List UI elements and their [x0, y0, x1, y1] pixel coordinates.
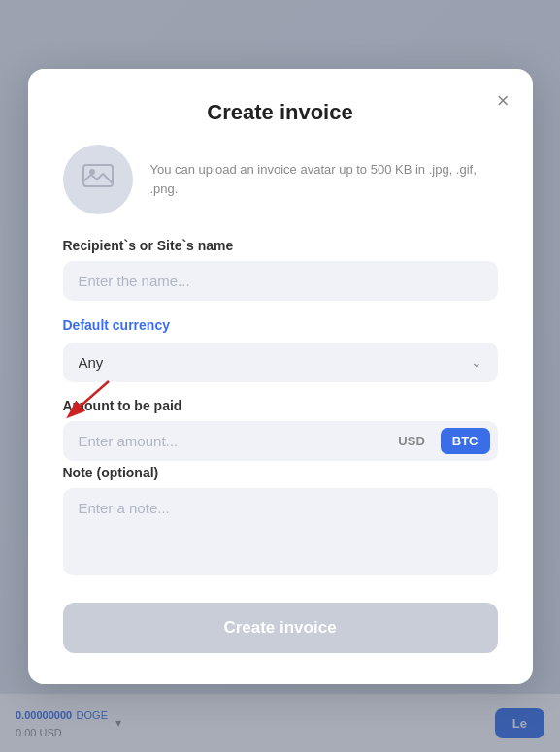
btc-button[interactable]: BTC: [441, 428, 490, 454]
modal-title: Create invoice: [63, 100, 498, 125]
image-icon: [82, 162, 114, 196]
currency-select-group: Any USD BTC ETH DOGE ⌄: [63, 343, 498, 382]
default-currency-link[interactable]: Default currency: [63, 317, 170, 333]
usd-button[interactable]: USD: [386, 428, 436, 454]
modal-overlay: × Create invoice You can upload an invoi…: [0, 0, 560, 752]
note-group: Note (optional): [63, 465, 498, 579]
recipient-group: Recipient`s or Site`s name: [63, 238, 498, 301]
avatar-upload-area[interactable]: [63, 145, 133, 214]
avatar-hint-text: You can upload an invoice avatar up to 5…: [150, 160, 498, 198]
create-invoice-button[interactable]: Create invoice: [63, 603, 498, 653]
currency-toggle: USD BTC: [386, 428, 489, 454]
note-textarea[interactable]: [63, 488, 498, 575]
amount-label: Amount to be paid: [63, 398, 498, 413]
amount-group: Amount to be paid USD BTC: [63, 398, 498, 461]
amount-input-wrapper: USD BTC: [63, 421, 498, 461]
close-button[interactable]: ×: [493, 86, 513, 115]
recipient-input[interactable]: [63, 261, 498, 301]
currency-select[interactable]: Any USD BTC ETH DOGE: [63, 343, 498, 382]
create-invoice-modal: × Create invoice You can upload an invoi…: [28, 69, 533, 684]
svg-point-3: [89, 169, 95, 175]
recipient-label: Recipient`s or Site`s name: [63, 238, 498, 253]
note-label: Note (optional): [63, 465, 498, 480]
svg-rect-2: [83, 165, 113, 186]
avatar-section: You can upload an invoice avatar up to 5…: [63, 145, 498, 214]
